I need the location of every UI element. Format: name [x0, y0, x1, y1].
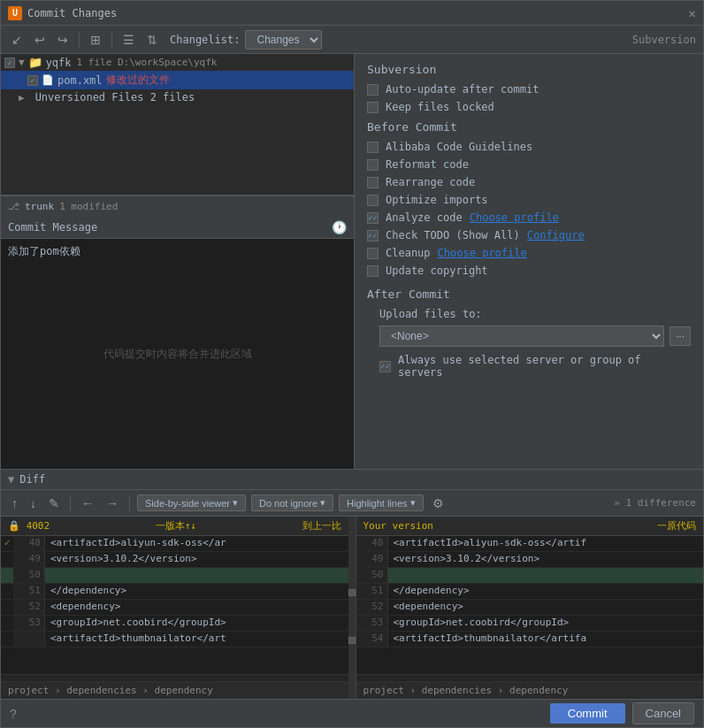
left-indicator-51 [1, 584, 13, 599]
reformat-row: Reformat code [367, 158, 691, 171]
move-down-button[interactable]: ↙ [8, 31, 26, 49]
cleanup-link[interactable]: Choose profile [438, 247, 527, 259]
cancel-button[interactable]: Cancel [632, 702, 694, 724]
upload-dropdown[interactable]: <None> [379, 326, 664, 347]
reformat-checkbox[interactable] [367, 159, 379, 171]
diff-divider-handle[interactable] [348, 589, 356, 596]
bottom-buttons: Commit Cancel [550, 702, 694, 724]
diff-left-pane: 🔒 4002 一版本↑↓ 到上一比 ✓ 48 <artifactId>aliyu… [1, 517, 348, 699]
diff-title: Diff [19, 473, 45, 486]
commit-button[interactable]: Commit [550, 703, 625, 724]
commit-message-text: 添加了pom依赖 [8, 244, 347, 259]
highlight-arrow: ▾ [410, 497, 416, 509]
toolbar-separator-1 [79, 32, 80, 48]
file-tree-unversioned[interactable]: ▶ Unversioned Files 2 files [1, 89, 354, 105]
list-button[interactable]: ☰ [119, 31, 138, 49]
auto-update-label: Auto-update after commit [386, 83, 539, 96]
check-todo-row: ✓ Check TODO (Show All) Configure [367, 229, 691, 241]
diff-collapse-icon[interactable]: ▼ [8, 473, 14, 486]
commit-message-area[interactable]: 添加了pom依赖 代码提交时内容将合并进此区域 [1, 239, 354, 469]
help-button[interactable]: ? [10, 707, 17, 721]
analyze-checkbox[interactable]: ✓ [367, 212, 379, 224]
titlebar-left: U Commit Changes [8, 6, 117, 20]
left-panel: ✓ ▼ 📁 yqfk 1 file D:\workSpace\yqfk ✓ 📄 … [1, 54, 355, 469]
left-indicator-49 [1, 552, 13, 567]
diff-down-button[interactable]: ↓ [27, 494, 40, 512]
upload-settings-button[interactable]: ··· [670, 326, 691, 346]
pom-checkbox[interactable]: ✓ [27, 75, 38, 86]
diff-divider-handle2[interactable] [348, 637, 356, 644]
diff-up-button[interactable]: ↑ [8, 494, 21, 512]
diff-edit-button[interactable]: ✎ [45, 494, 63, 512]
undo-button[interactable]: ↩ [31, 31, 49, 49]
upload-label: Upload files to: [367, 308, 691, 320]
file-tree-root[interactable]: ✓ ▼ 📁 yqfk 1 file D:\workSpace\yqfk [1, 54, 354, 71]
right-num-54: 54 [356, 632, 388, 647]
diff-left-line-49: 49 <version>3.10.2</version> [1, 552, 348, 568]
left-content-52: <dependency> [45, 600, 348, 615]
close-button[interactable]: ✕ [689, 6, 696, 20]
diff-section: ▼ Diff ↑ ↓ ✎ ← → Side-by-side viewer ▾ D… [1, 469, 703, 699]
side-by-side-button[interactable]: Side-by-side viewer ▾ [137, 494, 246, 511]
alibaba-checkbox[interactable] [367, 142, 379, 153]
diff-left-line-50: 50 [1, 568, 348, 584]
right-content-51: </dependency> [388, 584, 704, 599]
right-num-53: 53 [356, 616, 388, 631]
redo-button[interactable]: ↪ [54, 31, 72, 49]
titlebar: U Commit Changes ✕ [1, 1, 703, 26]
analyze-link[interactable]: Choose profile [470, 211, 559, 224]
upload-row: <None> ··· [367, 326, 691, 347]
diff-prev-button[interactable]: ← [78, 494, 97, 512]
analyze-label: Analyze code [386, 211, 463, 224]
diff-left-lines[interactable]: ✓ 48 <artifactId>aliyun-sdk-oss</ar 49 <… [1, 536, 348, 674]
right-num-51: 51 [356, 584, 388, 599]
pom-status: 修改过的文件 [106, 73, 170, 88]
root-checkbox[interactable]: ✓ [4, 57, 15, 68]
right-scrollbar[interactable] [356, 674, 704, 681]
diff-left-line-52: 52 <dependency> [1, 600, 348, 616]
side-by-side-label: Side-by-side viewer [145, 498, 230, 509]
file-tree-pom[interactable]: ✓ 📄 pom.xml 修改过的文件 [1, 71, 354, 89]
left-content-50 [45, 568, 348, 583]
highlight-button[interactable]: Highlight lines ▾ [339, 494, 423, 511]
left-indicator-52 [1, 600, 13, 615]
root-info: 1 file D:\workSpace\yqfk [77, 57, 218, 68]
sort-button[interactable]: ⇅ [143, 31, 161, 49]
grid-button[interactable]: ⊞ [87, 31, 104, 49]
settings-button[interactable]: ⚙ [429, 494, 448, 512]
always-row: ✓ Always use selected server or group of… [367, 354, 691, 379]
update-copyright-checkbox[interactable] [367, 265, 379, 277]
diff-right-header: Your version 一原代码 [356, 517, 704, 536]
check-todo-checkbox[interactable]: ✓ [367, 230, 379, 241]
keep-files-checkbox[interactable] [367, 102, 379, 113]
app-icon: U [8, 6, 22, 20]
changelist-dropdown[interactable]: Changes [245, 30, 322, 50]
subversion-label: Subversion [632, 34, 696, 46]
ignore-arrow: ▾ [320, 497, 325, 509]
commit-message-header: Commit Message 🕐 [1, 217, 354, 239]
diff-right-line-49: 49 <version>3.10.2</version> [356, 552, 704, 568]
left-num-52: 52 [13, 600, 45, 615]
unversioned-label: Unversioned Files 2 files [35, 91, 195, 103]
diff-left-annotation2: 到上一比 [302, 519, 341, 533]
ignore-button[interactable]: Do not ignore ▾ [251, 494, 333, 511]
diff-next-button[interactable]: → [103, 494, 122, 512]
check-todo-link[interactable]: Configure [527, 229, 585, 241]
right-num-48: 48 [356, 536, 388, 551]
rearrange-checkbox[interactable] [367, 177, 379, 188]
diff-sep-1 [70, 495, 71, 511]
left-scrollbar[interactable] [1, 674, 348, 681]
diff-right-annotation: 一原代码 [657, 519, 696, 533]
bottom-bar: ? Commit Cancel [1, 699, 703, 727]
history-icon[interactable]: 🕐 [332, 220, 347, 234]
auto-update-checkbox[interactable] [367, 84, 379, 96]
cleanup-checkbox[interactable] [367, 248, 379, 259]
diff-right-lines[interactable]: 48 <artifactId>aliyun-sdk-oss</artif 49 … [356, 536, 704, 674]
always-checkbox[interactable]: ✓ [379, 361, 391, 372]
diff-left-line-num: 4002 [27, 520, 50, 532]
right-num-49: 49 [356, 552, 388, 567]
left-content-empty: <artifactId>thumbnailator</art [45, 632, 348, 647]
optimize-checkbox[interactable] [367, 195, 379, 206]
diff-left-line-empty: <artifactId>thumbnailator</art [1, 632, 348, 648]
diff-right-line-52: 52 <dependency> [356, 600, 704, 616]
